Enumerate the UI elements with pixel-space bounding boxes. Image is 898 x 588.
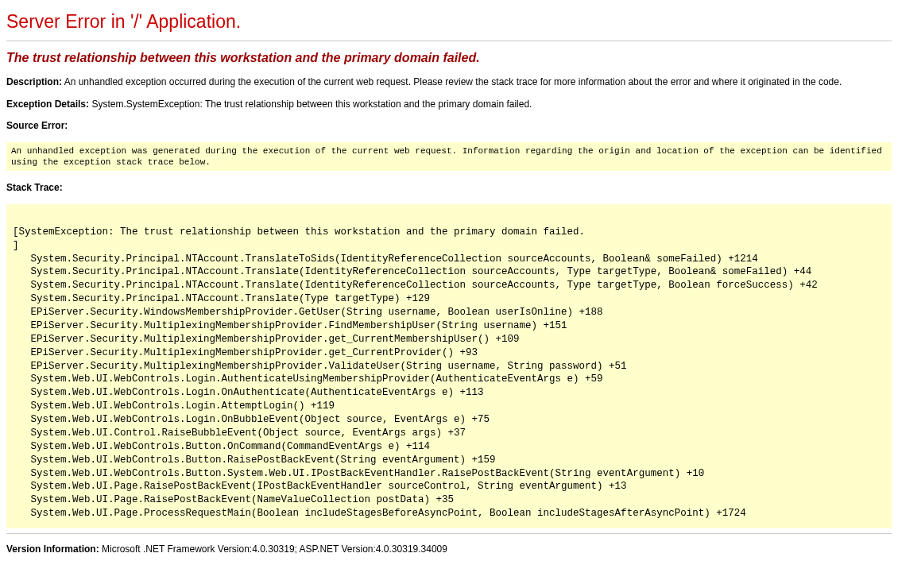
stack-trace-line: Stack Trace: (6, 182, 892, 195)
source-error-box: An unhandled exception was generated dur… (6, 142, 892, 172)
exception-details-label: Exception Details: (6, 99, 89, 110)
description-line: Description: An unhandled exception occu… (6, 76, 892, 89)
stack-trace-label: Stack Trace: (6, 182, 63, 193)
source-error-line: Source Error: (6, 120, 892, 133)
divider (6, 41, 892, 41)
divider-bottom (6, 533, 892, 534)
source-error-label: Source Error: (6, 120, 68, 131)
error-title: Server Error in '/' Application. (6, 11, 892, 33)
description-text: An unhandled exception occurred during t… (64, 76, 842, 87)
stack-trace-box: [SystemException: The trust relationship… (6, 204, 892, 528)
exception-details-line: Exception Details: System.SystemExceptio… (6, 99, 892, 111)
description-label: Description: (6, 76, 62, 87)
version-text: Microsoft .NET Framework Version:4.0.303… (102, 544, 447, 555)
version-line: Version Information: Microsoft .NET Fram… (6, 544, 892, 555)
version-label: Version Information: (6, 544, 99, 555)
exception-details-text: System.SystemException: The trust relati… (91, 99, 532, 110)
error-subtitle: The trust relationship between this work… (6, 51, 892, 65)
